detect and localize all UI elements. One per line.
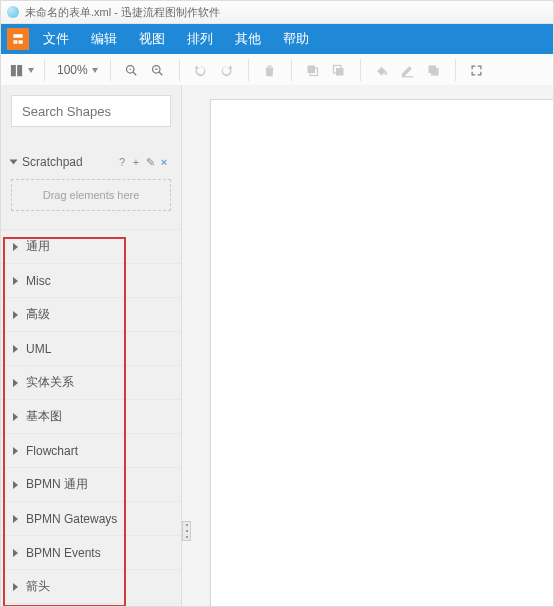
- category-item[interactable]: 实体关系: [1, 366, 181, 400]
- scratchpad-add-button[interactable]: +: [129, 156, 143, 168]
- fill-color-button[interactable]: [371, 59, 393, 81]
- redo-button[interactable]: [216, 59, 238, 81]
- category-item[interactable]: BPMN Events: [1, 536, 181, 570]
- separator: [291, 59, 292, 81]
- category-label: 高级: [26, 306, 50, 323]
- zoom-in-button[interactable]: [121, 59, 143, 81]
- category-label: 实体关系: [26, 374, 74, 391]
- category-item[interactable]: 箭头: [1, 570, 181, 604]
- window-title: 未命名的表单.xml - 迅捷流程图制作软件: [25, 5, 220, 20]
- scratchpad-help-button[interactable]: ?: [115, 156, 129, 168]
- svg-rect-2: [308, 65, 316, 73]
- search-input[interactable]: [20, 103, 192, 120]
- category-label: BPMN 通用: [26, 476, 88, 493]
- menu-other[interactable]: 其他: [235, 30, 261, 48]
- to-back-button[interactable]: [328, 59, 350, 81]
- shape-categories: 通用Misc高级UML实体关系基本图FlowchartBPMN 通用BPMN G…: [1, 229, 181, 606]
- chevron-down-icon[interactable]: [10, 160, 18, 165]
- chevron-right-icon: [13, 481, 18, 489]
- category-item[interactable]: Flowchart: [1, 434, 181, 468]
- separator: [179, 59, 180, 81]
- toolbar: 100%: [1, 54, 553, 87]
- category-item[interactable]: 通用: [1, 229, 181, 264]
- chevron-right-icon: [13, 583, 18, 591]
- chevron-right-icon: [13, 311, 18, 319]
- menubar: 文件 编辑 视图 排列 其他 帮助: [1, 24, 553, 54]
- shadow-button[interactable]: [423, 59, 445, 81]
- chevron-right-icon: [13, 447, 18, 455]
- canvas-page[interactable]: [210, 99, 554, 607]
- app-logo[interactable]: [7, 28, 29, 50]
- chevron-right-icon: [13, 549, 18, 557]
- category-label: 箭头: [26, 578, 50, 595]
- fullscreen-button[interactable]: [466, 59, 488, 81]
- category-item[interactable]: 基本图: [1, 400, 181, 434]
- chevron-right-icon: [13, 515, 18, 523]
- scratchpad-close-button[interactable]: ×: [157, 156, 171, 168]
- svg-rect-8: [431, 68, 439, 76]
- category-item[interactable]: UML: [1, 332, 181, 366]
- category-label: UML: [26, 342, 51, 356]
- chevron-right-icon: [13, 277, 18, 285]
- search-container: [1, 85, 181, 137]
- canvas-area[interactable]: [182, 85, 553, 606]
- menu-arrange[interactable]: 排列: [187, 30, 213, 48]
- category-item[interactable]: BPMN Gateways: [1, 502, 181, 536]
- shapes-sidebar: Scratchpad ? + ✎ × Drag elements here 通用…: [1, 85, 182, 606]
- scratchpad-label: Scratchpad: [22, 155, 83, 169]
- line-color-button[interactable]: [397, 59, 419, 81]
- svg-rect-4: [336, 68, 344, 76]
- category-item[interactable]: 高级: [1, 298, 181, 332]
- separator: [455, 59, 456, 81]
- category-label: Misc: [26, 274, 51, 288]
- separator: [248, 59, 249, 81]
- category-item[interactable]: BPMN 通用: [1, 468, 181, 502]
- scratchpad-panel: Scratchpad ? + ✎ × Drag elements here: [1, 155, 181, 211]
- zoom-out-button[interactable]: [147, 59, 169, 81]
- separator: [110, 59, 111, 81]
- delete-button[interactable]: [259, 59, 281, 81]
- menu-help[interactable]: 帮助: [283, 30, 309, 48]
- menu-view[interactable]: 视图: [139, 30, 165, 48]
- view-mode-button[interactable]: [9, 59, 34, 81]
- to-front-button[interactable]: [302, 59, 324, 81]
- zoom-level[interactable]: 100%: [57, 63, 98, 77]
- separator: [44, 59, 45, 81]
- scratchpad-edit-button[interactable]: ✎: [143, 156, 157, 169]
- category-label: BPMN Gateways: [26, 512, 117, 526]
- svg-rect-6: [402, 76, 413, 77]
- chevron-right-icon: [13, 243, 18, 251]
- window-titlebar: 未命名的表单.xml - 迅捷流程图制作软件: [1, 1, 553, 24]
- separator: [360, 59, 361, 81]
- app-icon: [7, 6, 19, 18]
- chevron-right-icon: [13, 379, 18, 387]
- menu-edit[interactable]: 编辑: [91, 30, 117, 48]
- chevron-right-icon: [13, 345, 18, 353]
- chevron-right-icon: [13, 413, 18, 421]
- menu-file[interactable]: 文件: [43, 30, 69, 48]
- category-label: BPMN Events: [26, 546, 101, 560]
- category-label: 基本图: [26, 408, 62, 425]
- category-item[interactable]: Misc: [1, 264, 181, 298]
- scratchpad-dropzone[interactable]: Drag elements here: [11, 179, 171, 211]
- category-label: 通用: [26, 238, 50, 255]
- sidebar-resize-handle[interactable]: [182, 521, 191, 541]
- category-label: Flowchart: [26, 444, 78, 458]
- scratchpad-hint: Drag elements here: [43, 189, 140, 201]
- undo-button[interactable]: [190, 59, 212, 81]
